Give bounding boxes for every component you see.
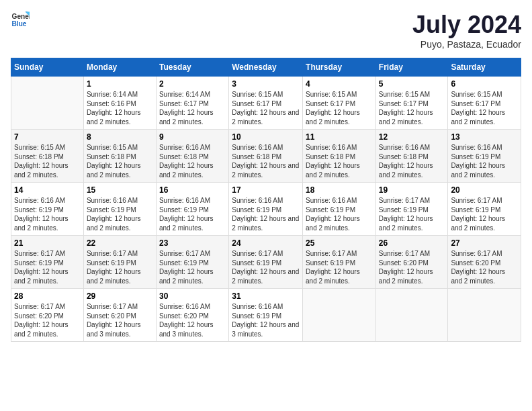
calendar-week-row: 14Sunrise: 6:16 AMSunset: 6:19 PMDayligh… [11,183,521,236]
day-info: Sunrise: 6:17 AMSunset: 6:19 PMDaylight:… [87,249,153,285]
calendar-cell: 14Sunrise: 6:16 AMSunset: 6:19 PMDayligh… [11,183,84,236]
day-info: Sunrise: 6:16 AMSunset: 6:18 PMDaylight:… [306,143,373,179]
day-info: Sunrise: 6:15 AMSunset: 6:17 PMDaylight:… [306,90,373,126]
calendar-cell: 20Sunrise: 6:17 AMSunset: 6:19 PMDayligh… [448,183,521,236]
calendar-body: 1Sunrise: 6:14 AMSunset: 6:16 PMDaylight… [11,77,521,342]
day-info: Sunrise: 6:17 AMSunset: 6:20 PMDaylight:… [379,249,445,285]
calendar-cell: 30Sunrise: 6:16 AMSunset: 6:20 PMDayligh… [156,289,228,342]
day-number: 4 [306,79,373,89]
day-info: Sunrise: 6:17 AMSunset: 6:19 PMDaylight:… [379,196,445,232]
day-number: 13 [451,132,518,142]
day-number: 29 [87,291,153,301]
day-info: Sunrise: 6:15 AMSunset: 6:17 PMDaylight:… [379,90,445,126]
day-number: 24 [232,238,300,248]
subtitle: Puyo, Pastaza, Ecuador [412,39,521,50]
day-number: 1 [87,79,153,89]
day-info: Sunrise: 6:16 AMSunset: 6:20 PMDaylight:… [159,302,226,338]
calendar-cell: 1Sunrise: 6:14 AMSunset: 6:16 PMDaylight… [83,77,156,130]
calendar-cell: 19Sunrise: 6:17 AMSunset: 6:19 PMDayligh… [375,183,448,236]
col-saturday: Saturday [448,58,521,77]
day-number: 16 [159,185,226,195]
col-friday: Friday [375,58,448,77]
calendar-cell: 5Sunrise: 6:15 AMSunset: 6:17 PMDaylight… [375,77,448,130]
day-info: Sunrise: 6:17 AMSunset: 6:20 PMDaylight:… [451,249,518,285]
svg-text:General: General [12,13,30,20]
day-info: Sunrise: 6:16 AMSunset: 6:19 PMDaylight:… [232,196,300,232]
logo: General Blue [11,11,30,30]
calendar-cell: 6Sunrise: 6:15 AMSunset: 6:17 PMDaylight… [448,77,521,130]
col-sunday: Sunday [11,58,84,77]
calendar-cell [11,77,84,130]
calendar-cell [448,289,521,342]
day-info: Sunrise: 6:17 AMSunset: 6:19 PMDaylight:… [159,249,226,285]
calendar-cell: 27Sunrise: 6:17 AMSunset: 6:20 PMDayligh… [448,236,521,289]
day-info: Sunrise: 6:16 AMSunset: 6:18 PMDaylight:… [232,143,300,179]
day-info: Sunrise: 6:15 AMSunset: 6:18 PMDaylight:… [14,143,81,179]
day-info: Sunrise: 6:16 AMSunset: 6:19 PMDaylight:… [306,196,373,232]
calendar-cell: 7Sunrise: 6:15 AMSunset: 6:18 PMDaylight… [11,130,84,183]
calendar-cell: 13Sunrise: 6:16 AMSunset: 6:19 PMDayligh… [448,130,521,183]
day-number: 12 [379,132,445,142]
day-info: Sunrise: 6:16 AMSunset: 6:19 PMDaylight:… [14,196,81,232]
day-info: Sunrise: 6:17 AMSunset: 6:20 PMDaylight:… [14,302,81,338]
day-info: Sunrise: 6:17 AMSunset: 6:19 PMDaylight:… [14,249,81,285]
calendar-cell [303,289,376,342]
calendar-cell: 4Sunrise: 6:15 AMSunset: 6:17 PMDaylight… [303,77,376,130]
calendar-cell: 11Sunrise: 6:16 AMSunset: 6:18 PMDayligh… [303,130,376,183]
day-info: Sunrise: 6:16 AMSunset: 6:19 PMDaylight:… [159,196,226,232]
day-number: 6 [451,79,518,89]
calendar-header-row: Sunday Monday Tuesday Wednesday Thursday… [11,58,521,77]
calendar-cell: 23Sunrise: 6:17 AMSunset: 6:19 PMDayligh… [156,236,228,289]
day-info: Sunrise: 6:17 AMSunset: 6:19 PMDaylight:… [232,249,300,285]
day-number: 9 [159,132,226,142]
day-number: 26 [379,238,445,248]
day-number: 10 [232,132,300,142]
day-number: 28 [14,291,81,301]
day-number: 31 [232,291,300,301]
header: General Blue July 2024 Puyo, Pastaza, Ec… [11,11,521,50]
calendar-cell: 29Sunrise: 6:17 AMSunset: 6:20 PMDayligh… [83,289,156,342]
day-number: 14 [14,185,81,195]
calendar-cell: 8Sunrise: 6:15 AMSunset: 6:18 PMDaylight… [83,130,156,183]
day-number: 5 [379,79,445,89]
day-info: Sunrise: 6:17 AMSunset: 6:19 PMDaylight:… [451,196,518,232]
calendar-cell: 12Sunrise: 6:16 AMSunset: 6:18 PMDayligh… [375,130,448,183]
day-number: 17 [232,185,300,195]
day-number: 3 [232,79,300,89]
day-info: Sunrise: 6:16 AMSunset: 6:19 PMDaylight:… [87,196,153,232]
main-title: July 2024 [412,11,521,39]
day-number: 22 [87,238,153,248]
day-number: 15 [87,185,153,195]
svg-text:Blue: Blue [12,20,27,28]
day-info: Sunrise: 6:15 AMSunset: 6:17 PMDaylight:… [451,90,518,126]
col-tuesday: Tuesday [156,58,228,77]
calendar-cell: 24Sunrise: 6:17 AMSunset: 6:19 PMDayligh… [229,236,303,289]
day-info: Sunrise: 6:16 AMSunset: 6:18 PMDaylight:… [379,143,445,179]
calendar-week-row: 28Sunrise: 6:17 AMSunset: 6:20 PMDayligh… [11,289,521,342]
day-number: 27 [451,238,518,248]
day-info: Sunrise: 6:14 AMSunset: 6:17 PMDaylight:… [159,90,226,126]
day-info: Sunrise: 6:15 AMSunset: 6:17 PMDaylight:… [232,90,300,126]
day-number: 18 [306,185,373,195]
calendar-cell: 9Sunrise: 6:16 AMSunset: 6:18 PMDaylight… [156,130,228,183]
day-number: 7 [14,132,81,142]
calendar-cell: 10Sunrise: 6:16 AMSunset: 6:18 PMDayligh… [229,130,303,183]
calendar-cell: 17Sunrise: 6:16 AMSunset: 6:19 PMDayligh… [229,183,303,236]
calendar-week-row: 1Sunrise: 6:14 AMSunset: 6:16 PMDaylight… [11,77,521,130]
day-number: 23 [159,238,226,248]
generalblue-logo-icon: General Blue [11,11,30,30]
col-wednesday: Wednesday [229,58,303,77]
calendar-cell: 16Sunrise: 6:16 AMSunset: 6:19 PMDayligh… [156,183,228,236]
calendar-week-row: 7Sunrise: 6:15 AMSunset: 6:18 PMDaylight… [11,130,521,183]
day-number: 11 [306,132,373,142]
calendar-cell: 31Sunrise: 6:16 AMSunset: 6:19 PMDayligh… [229,289,303,342]
day-number: 8 [87,132,153,142]
day-info: Sunrise: 6:17 AMSunset: 6:20 PMDaylight:… [87,302,153,338]
day-number: 20 [451,185,518,195]
day-info: Sunrise: 6:16 AMSunset: 6:18 PMDaylight:… [159,143,226,179]
day-info: Sunrise: 6:14 AMSunset: 6:16 PMDaylight:… [87,90,153,126]
calendar-cell [375,289,448,342]
calendar-cell: 2Sunrise: 6:14 AMSunset: 6:17 PMDaylight… [156,77,228,130]
calendar-cell: 25Sunrise: 6:17 AMSunset: 6:19 PMDayligh… [303,236,376,289]
calendar-cell: 18Sunrise: 6:16 AMSunset: 6:19 PMDayligh… [303,183,376,236]
